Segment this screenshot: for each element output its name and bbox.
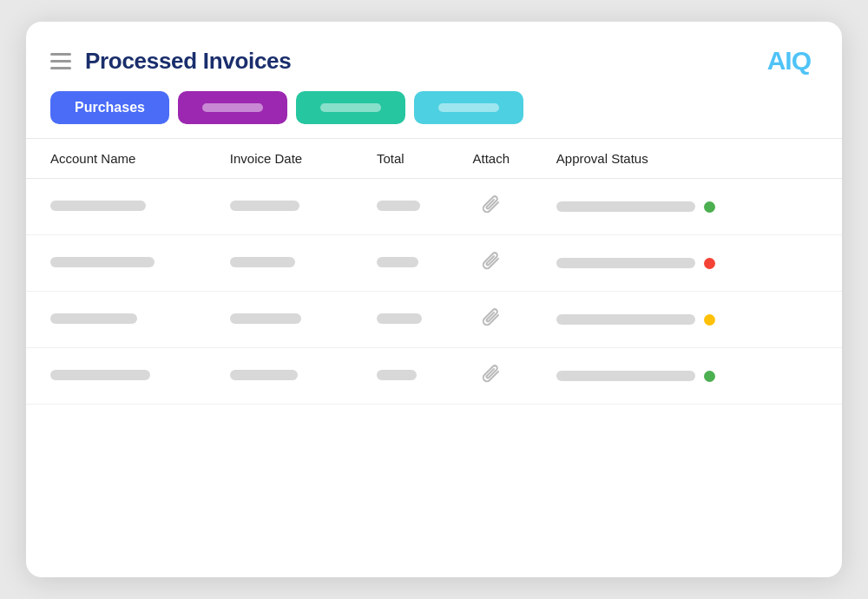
status-bar (556, 201, 695, 212)
status-bar (556, 314, 695, 325)
total-skeleton (377, 201, 420, 211)
status-dot-green (704, 201, 715, 213)
account-skeleton (50, 313, 137, 324)
cell-account-1 (26, 235, 206, 292)
cell-date-2 (206, 292, 352, 348)
cell-total-2 (352, 292, 450, 348)
tab-purchases[interactable]: Purchases (50, 91, 169, 124)
tab-purchases-label: Purchases (75, 100, 145, 115)
hamburger-icon[interactable] (50, 53, 71, 69)
col-header-date: Invoice Date (206, 139, 352, 179)
logo-text: AI (767, 46, 792, 75)
paperclip-icon (450, 364, 532, 388)
page-title: Processed Invoices (85, 48, 291, 75)
header-left: Processed Invoices (50, 48, 291, 75)
date-skeleton (230, 313, 301, 324)
status-cell-3 (556, 371, 818, 382)
account-skeleton (50, 257, 155, 267)
tab-3-placeholder (320, 103, 381, 112)
status-cell-1 (556, 258, 818, 269)
paperclip-icon (450, 251, 532, 275)
invoices-table: Account Name Invoice Date Total Attach A… (26, 138, 842, 405)
logo-accent: Q (792, 46, 811, 75)
logo: AIQ (767, 46, 811, 76)
col-header-status: Approval Status (532, 139, 842, 179)
total-skeleton (377, 370, 417, 380)
status-bar (556, 258, 695, 268)
status-cell-0 (556, 201, 818, 213)
date-skeleton (230, 370, 298, 380)
account-skeleton (50, 201, 146, 211)
tab-4[interactable] (414, 91, 523, 124)
main-card: Processed Invoices AIQ Purchases Account… (26, 22, 842, 577)
cell-attach-2 (450, 292, 532, 348)
table-row[interactable] (26, 235, 842, 292)
tab-2[interactable] (178, 91, 287, 124)
status-dot-red (704, 258, 715, 269)
status-dot-green (704, 371, 715, 382)
cell-account-2 (26, 292, 206, 348)
cell-status-2 (532, 292, 842, 348)
table-row[interactable] (26, 179, 842, 235)
cell-date-1 (206, 235, 352, 292)
date-skeleton (230, 201, 299, 211)
cell-account-3 (26, 348, 206, 405)
col-header-attach: Attach (450, 139, 532, 179)
cell-date-0 (206, 179, 352, 235)
table-row[interactable] (26, 348, 842, 405)
cell-total-0 (352, 179, 450, 235)
cell-attach-1 (450, 235, 532, 292)
table-row[interactable] (26, 292, 842, 348)
cell-account-0 (26, 179, 206, 235)
col-header-total: Total (352, 139, 450, 179)
account-skeleton (50, 370, 150, 380)
cell-status-1 (532, 235, 842, 292)
status-bar (556, 371, 695, 381)
col-header-account: Account Name (26, 139, 206, 179)
tab-2-placeholder (202, 103, 263, 112)
date-skeleton (230, 257, 295, 267)
cell-attach-3 (450, 348, 532, 405)
cell-status-0 (532, 179, 842, 235)
total-skeleton (377, 257, 418, 267)
table-wrap: Account Name Invoice Date Total Attach A… (26, 138, 842, 405)
cell-status-3 (532, 348, 842, 405)
paperclip-icon (450, 307, 532, 332)
status-cell-2 (556, 314, 818, 326)
header: Processed Invoices AIQ (26, 22, 842, 91)
cell-attach-0 (450, 179, 532, 235)
status-dot-yellow (704, 314, 715, 326)
tab-4-placeholder (438, 103, 499, 112)
tab-3[interactable] (296, 91, 405, 124)
paperclip-icon (450, 194, 532, 219)
table-header-row: Account Name Invoice Date Total Attach A… (26, 139, 842, 179)
tabs-row: Purchases (26, 91, 842, 124)
cell-total-3 (352, 348, 450, 405)
cell-total-1 (352, 235, 450, 292)
total-skeleton (377, 313, 422, 324)
cell-date-3 (206, 348, 352, 405)
